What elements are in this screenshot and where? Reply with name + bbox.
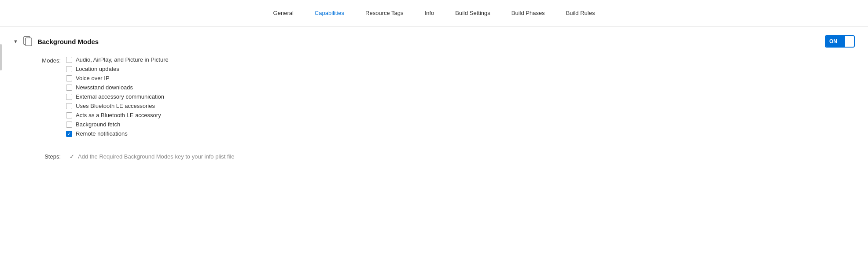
mode-background-fetch[interactable]: Background fetch [66,121,169,128]
checkbox-newsstand[interactable] [66,85,72,91]
mode-location-label: Location updates [76,66,119,72]
tab-build-settings[interactable]: Build Settings [453,6,492,20]
mode-external-accessory-label: External accessory communication [76,93,164,100]
modes-list: Audio, AirPlay, and Picture in Picture L… [66,56,169,137]
toggle-on-label: ON [826,36,844,47]
tab-bar: General Capabilities Resource Tags Info … [0,0,868,26]
tab-resource-tags[interactable]: Resource Tags [364,6,405,20]
modes-row: Modes: Audio, AirPlay, and Picture in Pi… [40,56,855,137]
checkbox-background-fetch[interactable] [66,122,72,128]
steps-row: Steps: ✓ Add the Required Background Mod… [40,153,855,160]
checkbox-bluetooth-le[interactable] [66,103,72,109]
section-icon [22,35,34,48]
mode-voip-label: Voice over IP [76,75,110,81]
steps-label: Steps: [40,153,66,160]
section-header: ▼ Background Modes [13,35,855,48]
toggle-thumb [844,36,854,47]
mode-bluetooth-le[interactable]: Uses Bluetooth LE accessories [66,103,169,109]
checkbox-external-accessory[interactable] [66,94,72,100]
checkbox-bluetooth-le-accessory[interactable] [66,112,72,118]
section-divider [40,146,828,146]
tab-build-rules[interactable]: Build Rules [564,6,597,20]
mode-bluetooth-le-accessory-label: Acts as a Bluetooth LE accessory [76,112,161,118]
main-content: ▼ Background Modes [0,26,868,169]
step-check-icon: ✓ [70,153,74,160]
mode-audio-label: Audio, AirPlay, and Picture in Picture [76,56,169,63]
mode-bluetooth-le-accessory[interactable]: Acts as a Bluetooth LE accessory [66,112,169,118]
mode-external-accessory[interactable]: External accessory communication [66,93,169,100]
tab-info[interactable]: Info [423,6,436,20]
mode-voip[interactable]: Voice over IP [66,75,169,81]
section-title-group: ▼ Background Modes [13,35,99,48]
mode-remote-notifications-label: Remote notifications [76,130,128,137]
mode-remote-notifications[interactable]: Remote notifications [66,130,169,137]
chevron-icon[interactable]: ▼ [13,39,18,44]
tab-general[interactable]: General [272,6,295,20]
checkbox-remote-notifications[interactable] [66,131,72,137]
mode-newsstand[interactable]: Newsstand downloads [66,84,169,91]
checkbox-location[interactable] [66,66,72,72]
toggle-switch[interactable]: ON [825,35,855,48]
scrollbar[interactable] [0,44,2,70]
mode-bluetooth-le-label: Uses Bluetooth LE accessories [76,103,155,109]
tab-capabilities[interactable]: Capabilities [313,6,346,20]
mode-background-fetch-label: Background fetch [76,121,120,128]
mode-newsstand-label: Newsstand downloads [76,84,133,91]
mode-location[interactable]: Location updates [66,66,169,72]
tab-build-phases[interactable]: Build Phases [510,6,547,20]
svg-rect-4 [26,38,32,46]
section-title: Background Modes [37,38,99,45]
checkbox-audio[interactable] [66,57,72,63]
modes-label: Modes: [40,56,66,64]
checkbox-voip[interactable] [66,75,72,81]
mode-audio[interactable]: Audio, AirPlay, and Picture in Picture [66,56,169,63]
step-text: Add the Required Background Modes key to… [78,153,235,160]
